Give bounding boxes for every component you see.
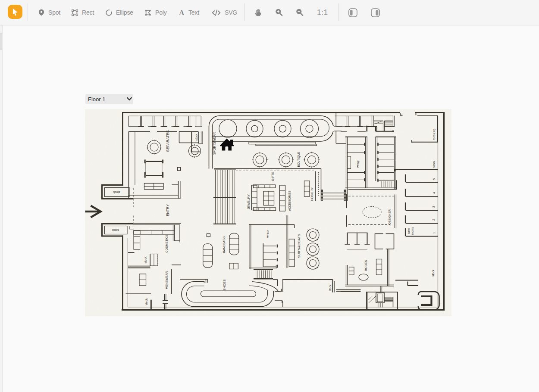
svg-text:wrap: wrap <box>266 230 270 238</box>
svg-text:COSMETICS: COSMETICS <box>165 234 169 253</box>
svg-text:3: 3 <box>432 206 436 208</box>
svg-text:stock: stock <box>113 190 120 194</box>
svg-text:4: 4 <box>432 192 436 194</box>
svg-text:SUITS&COATS: SUITS&COATS <box>297 233 301 258</box>
svg-text:1: 1 <box>432 232 436 234</box>
svg-text:JEWELRY: JEWELRY <box>247 194 251 209</box>
svg-text:GIFTS: GIFTS <box>271 171 275 181</box>
svg-text:rooms: rooms <box>411 227 414 235</box>
svg-text:DESIGNER: DESIGNER <box>388 209 392 224</box>
svg-text:stock: stock <box>431 270 435 277</box>
svg-text:MENSWEAR: MENSWEAR <box>165 271 169 289</box>
svg-text:SPORTSWEAR: SPORTSWEAR <box>212 132 216 155</box>
svg-text:receiving: receiving <box>432 129 436 140</box>
svg-text:5: 5 <box>432 178 436 180</box>
svg-text:SHOES: SHOES <box>222 279 226 291</box>
svg-text:stock: stock <box>144 298 148 305</box>
svg-text:SEPARATES: SEPARATES <box>166 130 170 152</box>
svg-text:BOUTIQUE: BOUTIQUE <box>297 152 301 167</box>
svg-text:ROBES: ROBES <box>364 260 368 271</box>
svg-text:stock: stock <box>328 284 332 291</box>
svg-text:2: 2 <box>432 219 436 221</box>
svg-text:stock: stock <box>112 228 119 232</box>
svg-text:stock: stock <box>144 256 147 263</box>
svg-text:sales: sales <box>407 228 410 234</box>
svg-text:HANDBAGS: HANDBAGS <box>222 236 226 253</box>
svg-text:ENTRY: ENTRY <box>166 204 170 216</box>
svg-text:ACCESSORIES: ACCESSORIES <box>288 190 291 211</box>
svg-text:HOSIERY: HOSIERY <box>310 187 314 201</box>
svg-text:stock: stock <box>194 134 198 140</box>
svg-text:stock: stock <box>432 161 436 168</box>
svg-text:wrap: wrap <box>356 160 360 168</box>
svg-text:A: A <box>179 9 184 16</box>
